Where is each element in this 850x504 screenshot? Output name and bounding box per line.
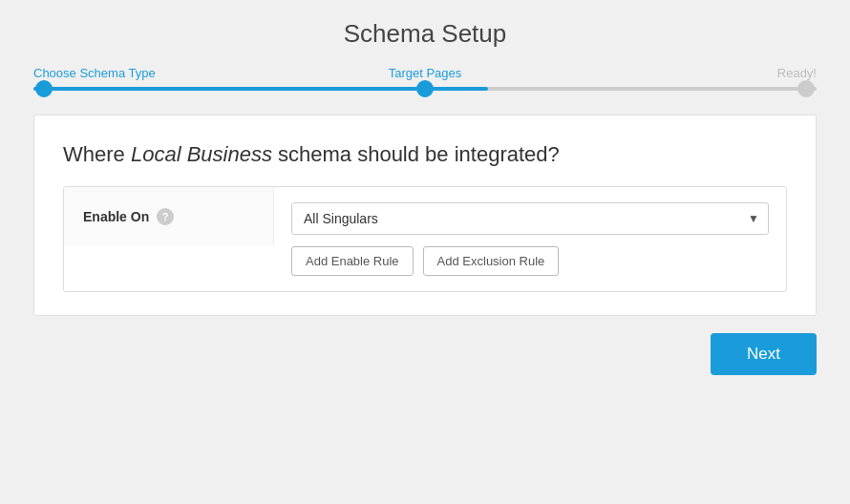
heading-suffix: schema should be integrated? (272, 142, 560, 166)
heading-prefix: Where (63, 142, 131, 166)
step-dot-1 (35, 80, 53, 97)
footer: Next (33, 333, 817, 375)
step-label-3: Ready! (556, 66, 817, 80)
next-button[interactable]: Next (711, 333, 817, 375)
page-title: Schema Setup (344, 19, 507, 49)
rule-buttons: Add Enable Rule Add Exclusion Rule (291, 246, 769, 276)
step-label-2: Target Pages (294, 66, 555, 80)
dropdown-wrapper: All Singulars All Pages Homepage Posts P… (291, 202, 769, 235)
settings-table: Enable On ? All Singulars All Pages Home… (63, 186, 787, 292)
heading-schema-type: Local Business (131, 142, 272, 166)
stepper: Choose Schema Type Target Pages Ready! (33, 66, 817, 92)
step-label-1: Choose Schema Type (33, 66, 294, 80)
step-dot-2 (416, 80, 434, 97)
enable-on-dropdown[interactable]: All Singulars All Pages Homepage Posts P… (291, 202, 769, 235)
help-icon[interactable]: ? (157, 208, 174, 225)
enable-on-label: Enable On (83, 209, 149, 224)
enable-on-controls: All Singulars All Pages Homepage Posts P… (274, 187, 786, 291)
add-enable-rule-button[interactable]: Add Enable Rule (291, 246, 414, 276)
enable-on-label-cell: Enable On ? (64, 187, 274, 246)
enable-on-row: Enable On ? All Singulars All Pages Home… (64, 187, 786, 291)
step-dot-3 (797, 80, 815, 97)
add-exclusion-rule-button[interactable]: Add Exclusion Rule (423, 246, 560, 276)
card-heading: Where Local Business schema should be in… (63, 142, 787, 167)
main-card: Where Local Business schema should be in… (33, 115, 817, 316)
